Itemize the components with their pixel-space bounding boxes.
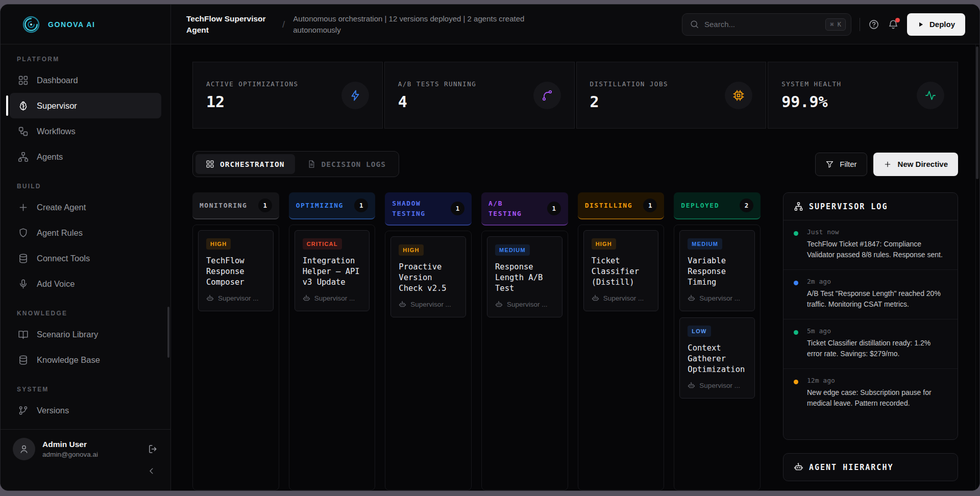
card-agent-label: Supervisor ... [410,301,451,308]
agent-hierarchy-panel: AGENT HIERARCHY [783,453,958,481]
sidebar-item-dashboard[interactable]: Dashboard [10,67,161,93]
logo[interactable]: GONOVA AI [1,5,170,44]
sidebar-item-label: Agents [37,152,63,162]
column-header: OPTIMIZING 1 [289,192,376,219]
stat-icon-circle [917,82,944,109]
stat-card-system-health: SYSTEM HEALTH 99.9% [768,62,958,129]
card-agent: Supervisor ... [399,301,458,308]
stat-value: 12 [206,93,299,111]
filter-button[interactable]: Filter [815,153,867,176]
log-entry: Just now TechFlow Ticket #1847: Complian… [783,220,958,270]
stat-icon-circle [533,82,561,109]
deploy-button[interactable]: Deploy [907,13,965,36]
sidebar-item-label: Versions [37,406,69,415]
sidebar-item-scenario-library[interactable]: Scenario Library [10,321,161,347]
collapse-sidebar-button[interactable] [147,466,156,476]
stat-card-distillation-jobs: DISTILLATION JOBS 2 [576,62,767,129]
main-scrollbar[interactable] [975,44,979,490]
sidebar-scrollbar-thumb[interactable] [167,307,169,358]
column-optimizing: OPTIMIZING 1 CRITICAL Integration Helper… [289,192,376,490]
priority-badge: MEDIUM [688,238,722,250]
card-agent-label: Supervisor ... [314,294,355,302]
git-branch-icon [18,405,29,416]
kanban-card[interactable]: CRITICAL Integration Helper – API v3 Upd… [295,230,370,311]
sidebar-item-supervisor[interactable]: Supervisor [10,93,161,118]
help-icon[interactable] [868,19,879,30]
user-footer: Admin User admin@gonova.ai [1,429,170,490]
card-agent: Supervisor ... [688,294,747,302]
priority-badge: HIGH [592,238,616,250]
sidebar-item-knowledge-base[interactable]: Knowledge Base [10,347,161,373]
sidebar-item-create-agent[interactable]: Create Agent [10,194,161,220]
kanban-card[interactable]: HIGH Ticket Classifier (Distill) Supervi… [583,230,659,311]
kanban-card[interactable]: MEDIUM Variable Response Timing Supervis… [679,230,755,311]
sidebar-item-workflows[interactable]: Workflows [10,118,161,144]
card-agent: Supervisor ... [206,294,265,302]
split-icon [541,89,553,102]
kanban-card[interactable]: HIGH Proactive Version Check v2.5 Superv… [390,236,466,317]
search-input[interactable] [704,20,820,29]
hierarchy-icon [794,202,803,211]
tab-label: DECISION LOGS [322,160,386,168]
new-directive-button[interactable]: New Directive [873,153,958,176]
priority-badge: HIGH [399,244,423,256]
robot-icon [688,294,695,302]
sidebar-item-versions[interactable]: Versions [10,398,161,423]
plus-icon [18,202,29,213]
nav-section-build: BUILD Create Agent Agent Rules Connect T… [10,183,161,296]
column-header: DISTILLING 1 [578,192,665,219]
book-icon [18,329,29,340]
tab-decision-logs[interactable]: DECISION LOGS [297,154,397,174]
view-tabs: ORCHESTRATION DECISION LOGS [192,151,399,177]
user-email: admin@gonova.ai [42,451,141,458]
sidebar-item-label: Scenario Library [37,330,98,339]
kanban-card[interactable]: HIGH TechFlow Response Composer Supervis… [198,230,274,311]
brand-name: GONOVA AI [48,20,95,29]
gonova-logo-icon [21,14,41,35]
column-monitoring: MONITORING 1 HIGH TechFlow Response Comp… [192,192,279,490]
kanban-card[interactable]: LOW Context Gatherer Optimization Superv… [679,317,755,399]
sidebar-item-label: Connect Tools [37,254,90,263]
sidebar-item-agent-rules[interactable]: Agent Rules [10,220,161,245]
top-header: TechFlow Supervisor Agent / Autonomous o… [171,5,979,44]
sidebar-item-agents[interactable]: Agents [10,144,161,169]
search-box[interactable]: ⌘ K [682,13,851,36]
card-title: Integration Helper – API v3 Update [303,256,362,288]
tab-label: ORCHESTRATION [220,160,285,168]
card-title: Response Length A/B Test [495,262,554,294]
robot-icon [688,382,695,389]
robot-icon [206,294,214,302]
priority-badge: HIGH [206,238,231,250]
avatar [13,438,35,460]
database-icon [18,253,29,264]
card-agent-label: Supervisor ... [218,294,259,302]
notification-dot [895,18,900,22]
search-shortcut: ⌘ K [825,18,846,31]
card-agent-label: Supervisor ... [603,294,644,302]
notifications-bell[interactable] [888,19,899,30]
agents-icon [18,152,29,162]
nav-section-knowledge: KNOWLEDGE Scenario Library Knowledge Bas… [10,310,161,373]
tab-orchestration[interactable]: ORCHESTRATION [195,154,295,174]
column-shadow-testing: SHADOW TESTING 1 HIGH Proactive Version … [385,192,472,490]
stat-icon-circle [725,82,752,109]
nav-section-platform: PLATFORM Dashboard Supervisor Workflows … [10,56,161,169]
log-status-dot [794,231,798,236]
robot-icon [592,294,599,302]
stat-label: ACTIVE OPTIMIZATIONS [206,80,299,88]
card-agent: Supervisor ... [303,294,362,302]
sidebar-item-connect-tools[interactable]: Connect Tools [10,245,161,271]
logout-icon[interactable] [148,444,158,454]
nav-section-system: SYSTEM Versions [10,386,161,423]
column-title: SHADOW TESTING [392,199,442,218]
card-agent: Supervisor ... [495,301,554,308]
play-icon [917,21,924,28]
nav-section-label: PLATFORM [17,56,154,63]
stat-value: 4 [398,93,476,111]
card-title: Variable Response Timing [688,256,747,288]
main-scrollbar-thumb[interactable] [976,46,978,179]
header-divider [860,18,860,31]
zap-icon [349,89,361,102]
kanban-card[interactable]: MEDIUM Response Length A/B Test Supervis… [487,236,562,317]
sidebar-item-add-voice[interactable]: Add Voice [10,271,161,296]
